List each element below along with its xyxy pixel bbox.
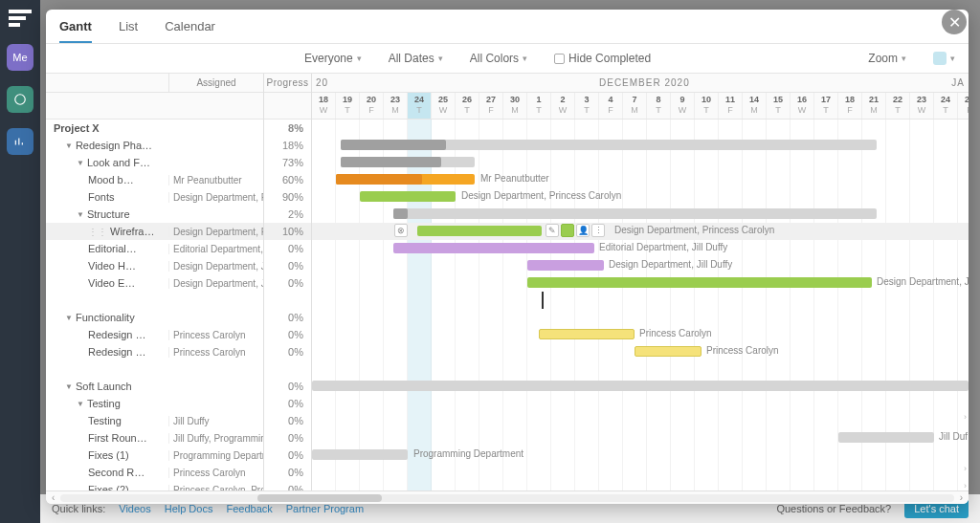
- gantt-bar[interactable]: [635, 346, 702, 357]
- gantt-bar[interactable]: [838, 432, 934, 443]
- gantt-bar[interactable]: [341, 157, 441, 167]
- collapse-icon[interactable]: ▼: [65, 314, 73, 322]
- task-row[interactable]: First Roun…Jill Duffy, Programmin: [46, 429, 263, 447]
- collapse-icon[interactable]: ▼: [65, 142, 73, 150]
- gantt-row[interactable]: [312, 378, 969, 395]
- gantt-bar[interactable]: [312, 381, 969, 391]
- bar-user-icon[interactable]: 👤: [576, 224, 590, 237]
- task-row[interactable]: Editorial…Editorial Department,: [46, 240, 263, 257]
- gantt-row[interactable]: [312, 309, 969, 326]
- gantt-bar[interactable]: [393, 208, 877, 219]
- gantt-bar[interactable]: [393, 208, 408, 219]
- task-row[interactable]: ▼Redesign Pha…: [46, 137, 263, 154]
- task-row[interactable]: ▼Testing: [46, 395, 263, 412]
- task-row[interactable]: Video H…Design Department, J: [46, 257, 263, 274]
- task-row[interactable]: TestingJill Duffy: [46, 412, 263, 429]
- task-row[interactable]: ▼Structure: [46, 206, 263, 223]
- gantt-row[interactable]: ›: [312, 412, 969, 429]
- bg-link[interactable]: Videos: [119, 503, 150, 514]
- task-row[interactable]: Fixes (2)Princess Carolyn, Prog: [46, 481, 263, 490]
- gantt-row[interactable]: ›: [312, 464, 969, 481]
- gantt-bar[interactable]: [539, 329, 635, 339]
- gantt-row[interactable]: [312, 154, 969, 171]
- close-icon[interactable]: ✕: [942, 10, 967, 34]
- task-row[interactable]: ⋮⋮Wirefra…Design Department, P: [46, 223, 263, 240]
- gantt-bar[interactable]: [336, 174, 422, 185]
- task-row[interactable]: ▼Soft Launch: [46, 378, 263, 395]
- day-cell: 9W: [671, 93, 695, 119]
- task-row[interactable]: Fixes (1)Programming Departm: [46, 447, 263, 464]
- scroll-track[interactable]: [60, 494, 953, 502]
- gantt-row[interactable]: [312, 360, 969, 378]
- collapse-icon[interactable]: ▼: [77, 400, 84, 408]
- sidebar-chart-button[interactable]: [7, 128, 33, 155]
- tab-list[interactable]: List: [119, 19, 138, 43]
- scroll-left-icon[interactable]: ‹: [52, 492, 55, 503]
- zoom-control[interactable]: Zoom▾: [868, 52, 906, 65]
- bar-tool-icon[interactable]: ⊗: [394, 224, 408, 237]
- gantt-row[interactable]: ›: [312, 481, 969, 490]
- task-row[interactable]: ▼Look and F…: [46, 154, 263, 171]
- gantt-bar[interactable]: [341, 140, 446, 150]
- checkbox-icon[interactable]: [554, 54, 565, 64]
- drag-handle-icon[interactable]: ⋮⋮: [88, 227, 107, 237]
- gantt-chart-body[interactable]: Mr PeanutbutterDesign Department, Prince…: [312, 120, 969, 490]
- task-row[interactable]: FontsDesign Department, P: [46, 188, 263, 206]
- task-row[interactable]: Video E…Design Department, J: [46, 274, 263, 292]
- bg-link[interactable]: Partner Program: [286, 503, 364, 514]
- task-row[interactable]: Second R…Princess Carolyn: [46, 464, 263, 481]
- gantt-row[interactable]: Mr Peanutbutter: [312, 171, 969, 188]
- gantt-bar[interactable]: [393, 243, 594, 253]
- gantt-row[interactable]: Design Department, Jill Duffy: [312, 257, 969, 274]
- bar-color-icon[interactable]: [561, 224, 574, 237]
- gantt-row[interactable]: [312, 292, 969, 309]
- bg-link[interactable]: Feedback: [226, 503, 272, 514]
- gantt-row[interactable]: [312, 137, 969, 154]
- task-row[interactable]: Mood b…Mr Peanutbutter: [46, 171, 263, 188]
- tab-calendar[interactable]: Calendar: [165, 19, 215, 43]
- collapse-icon[interactable]: ▼: [65, 382, 73, 391]
- tab-gantt[interactable]: Gantt: [59, 19, 92, 43]
- sidebar-me-button[interactable]: Me: [7, 44, 33, 71]
- bar-more-icon[interactable]: ⋮: [591, 224, 605, 237]
- gantt-row[interactable]: Princess Carolyn: [312, 343, 969, 360]
- timeline-pane[interactable]: 20 DECEMBER 2020 JA 18W19T20F23M24T25W26…: [312, 74, 969, 490]
- bar-tool-icon[interactable]: ✎: [546, 224, 559, 237]
- task-row[interactable]: Redesign …Princess Carolyn: [46, 326, 263, 343]
- task-row[interactable]: Project X: [46, 120, 263, 137]
- gantt-row[interactable]: Design Department, Princess Carolyn: [312, 188, 969, 206]
- gantt-bar[interactable]: [527, 260, 604, 271]
- gantt-row[interactable]: Design Department, Jill: [312, 274, 969, 292]
- sidebar-chat-button[interactable]: [7, 86, 33, 113]
- gantt-bar[interactable]: [360, 191, 456, 202]
- scroll-thumb[interactable]: [257, 494, 383, 502]
- task-row[interactable]: [46, 360, 263, 378]
- gantt-row[interactable]: Editorial Department, Jill Duffy: [312, 240, 969, 257]
- offscreen-right-icon: ›: [964, 464, 967, 473]
- filter-dates[interactable]: All Dates▾: [389, 52, 443, 65]
- gantt-row[interactable]: [312, 120, 969, 137]
- gantt-bar[interactable]: [312, 449, 408, 460]
- task-row[interactable]: Redesign …Princess Carolyn: [46, 343, 263, 360]
- collapse-icon[interactable]: ▼: [77, 210, 84, 219]
- bg-link[interactable]: Help Docs: [165, 503, 213, 514]
- horizontal-scrollbar[interactable]: ‹ ›: [46, 490, 969, 504]
- collapse-icon[interactable]: ▼: [77, 159, 84, 167]
- filter-colors[interactable]: All Colors▾: [470, 52, 527, 65]
- gantt-row[interactable]: Jill Duf: [312, 429, 969, 447]
- task-row[interactable]: [46, 292, 263, 309]
- gantt-row[interactable]: [312, 206, 969, 223]
- filter-everyone[interactable]: Everyone▾: [304, 52, 362, 65]
- gantt-row[interactable]: Design Department, Princess Carolyn⊗✎👤⋮: [312, 223, 969, 240]
- task-row[interactable]: ▼Functionality: [46, 309, 263, 326]
- filter-hide-completed[interactable]: Hide Completed: [554, 52, 651, 65]
- task-name: Editorial…: [88, 243, 137, 254]
- gantt-row[interactable]: Programming Department: [312, 447, 969, 464]
- gantt-bar[interactable]: [527, 277, 872, 288]
- gantt-row[interactable]: Princess Carolyn: [312, 326, 969, 343]
- color-swatch[interactable]: ▾: [933, 52, 955, 65]
- scroll-right-icon[interactable]: ›: [960, 492, 963, 503]
- day-cell: 20F: [360, 93, 384, 119]
- gantt-bar[interactable]: [417, 226, 542, 236]
- gantt-row[interactable]: [312, 395, 969, 412]
